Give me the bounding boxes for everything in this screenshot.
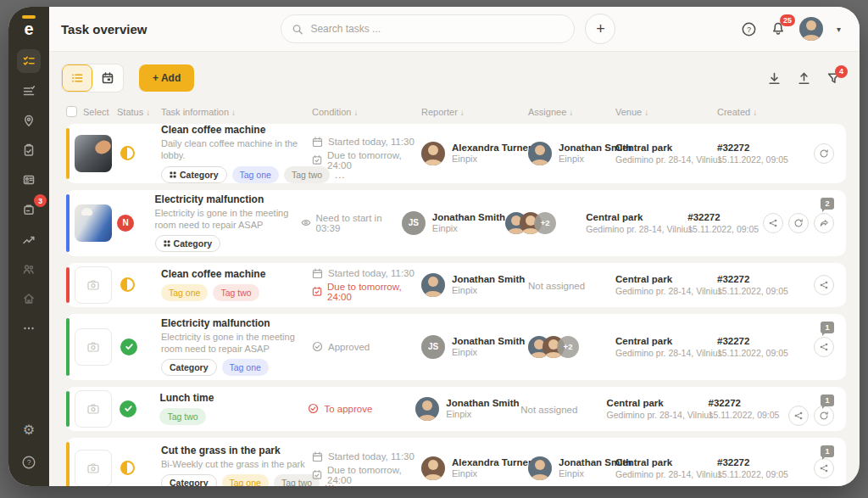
share-nodes-icon bbox=[793, 411, 804, 421]
condition-line-alert: To approve bbox=[308, 403, 415, 414]
calendar-check-icon bbox=[312, 469, 322, 480]
condition-line: Due to tomorrow, 24:00 bbox=[312, 465, 421, 485]
filter-count-badge: 4 bbox=[835, 65, 848, 78]
table-row[interactable]: N Electricity malfunction Electricity is… bbox=[66, 190, 846, 256]
calendar-check-icon bbox=[312, 286, 322, 297]
comments-count-badge[interactable]: 1 bbox=[821, 445, 834, 457]
plus-icon: + bbox=[596, 20, 605, 38]
sidebar-item-help[interactable]: ? bbox=[17, 450, 41, 474]
sidebar-item-contacts[interactable] bbox=[17, 168, 41, 192]
sidebar-nav: 3 bbox=[17, 49, 41, 340]
sidebar-item-subtasks[interactable] bbox=[17, 79, 41, 103]
table-row[interactable]: Clean coffee machine Tag one Tag two Sta… bbox=[66, 263, 846, 307]
column-venue[interactable]: Venue↓ bbox=[615, 107, 717, 117]
extra-assignees-badge[interactable]: +2 bbox=[557, 336, 579, 358]
task-thumbnail-placeholder bbox=[75, 390, 112, 428]
sidebar-item-settings[interactable]: ⚙ bbox=[17, 418, 41, 442]
column-created[interactable]: Created↓ bbox=[717, 107, 798, 117]
task-id: #32272 bbox=[717, 274, 798, 284]
sidebar-item-locations[interactable] bbox=[17, 109, 41, 132]
filter-button[interactable]: 4 bbox=[826, 71, 841, 86]
sidebar-item-documents[interactable]: 3 bbox=[17, 198, 41, 221]
sidebar-item-home[interactable] bbox=[17, 287, 41, 311]
more-dots-icon bbox=[22, 322, 36, 335]
share-button[interactable] bbox=[814, 337, 834, 357]
table-row[interactable]: Electricity malfunction Electricity is g… bbox=[66, 314, 846, 380]
venue-address: Gedimino pr. 28-14, Vilnius bbox=[615, 348, 717, 358]
app-logo[interactable]: e bbox=[22, 15, 36, 37]
refresh-button[interactable] bbox=[788, 213, 809, 233]
view-toolbar: + Add 4 bbox=[61, 64, 841, 92]
share-button[interactable] bbox=[763, 213, 783, 233]
user-avatar[interactable] bbox=[799, 17, 823, 41]
sidebar-item-reports[interactable] bbox=[17, 227, 41, 251]
share-button[interactable] bbox=[814, 458, 834, 478]
comments-count-badge[interactable]: 1 bbox=[821, 322, 834, 333]
checklist-icon bbox=[22, 54, 36, 68]
sidebar-item-tasks[interactable] bbox=[17, 49, 41, 73]
share-button[interactable] bbox=[814, 275, 834, 295]
status-done-icon bbox=[120, 400, 136, 417]
share-button[interactable] bbox=[788, 406, 809, 426]
calendar-view-toggle[interactable] bbox=[92, 64, 123, 92]
toolbar-right: 4 bbox=[767, 71, 841, 86]
check-icon bbox=[125, 342, 134, 351]
select-all-checkbox[interactable] bbox=[66, 106, 77, 117]
created-date: 15.11.2022, 09:05 bbox=[709, 410, 788, 420]
sort-arrow-icon: ↓ bbox=[146, 108, 150, 117]
sidebar-item-inspections[interactable] bbox=[17, 138, 41, 162]
svg-text:?: ? bbox=[747, 25, 751, 33]
column-reporter[interactable]: Reporter↓ bbox=[421, 107, 528, 117]
avatar: JS bbox=[402, 211, 426, 235]
tag: Tag one bbox=[222, 359, 269, 376]
notifications-button[interactable]: 25 bbox=[771, 21, 786, 36]
status-in-progress-icon bbox=[120, 277, 135, 292]
column-status[interactable]: Status↓ bbox=[117, 107, 161, 117]
avatar bbox=[421, 142, 445, 165]
column-task[interactable]: Task information↓ bbox=[161, 107, 312, 117]
venue-address: Gedimino pr. 28-14, Vilnius bbox=[615, 469, 717, 479]
help-icon[interactable]: ? bbox=[741, 21, 757, 37]
category-tag: Category bbox=[161, 474, 217, 486]
task-title: Lunch time bbox=[159, 392, 308, 404]
refresh-icon bbox=[819, 148, 829, 159]
quick-add-button[interactable]: + bbox=[585, 14, 615, 44]
list-view-toggle[interactable] bbox=[62, 64, 92, 92]
sidebar-footer: ⚙ ? bbox=[17, 418, 41, 474]
list-view-icon bbox=[70, 71, 84, 85]
column-select: Select bbox=[83, 107, 109, 117]
search-input[interactable] bbox=[310, 23, 564, 35]
venue-name: Central park bbox=[615, 143, 717, 153]
add-task-button[interactable]: + Add bbox=[139, 64, 194, 92]
sidebar-item-more[interactable] bbox=[17, 316, 41, 340]
upload-button[interactable] bbox=[797, 71, 811, 86]
forward-button[interactable] bbox=[814, 213, 834, 233]
venue-name: Central park bbox=[607, 398, 709, 408]
task-title: Electricity malfunction bbox=[161, 317, 312, 329]
chevron-down-icon[interactable]: ▾ bbox=[837, 25, 841, 34]
venue-name: Central park bbox=[615, 457, 717, 467]
share-nodes-icon bbox=[768, 218, 778, 228]
sidebar: e 3 bbox=[8, 7, 49, 486]
column-condition[interactable]: Condition↓ bbox=[312, 107, 421, 117]
created-date: 15.11.2022, 09:05 bbox=[717, 154, 798, 165]
download-button[interactable] bbox=[767, 71, 782, 86]
sort-arrow-icon: ↓ bbox=[644, 108, 648, 117]
comments-count-badge[interactable]: 1 bbox=[821, 394, 834, 406]
reporter: JSJonathan SmithEinpix bbox=[402, 211, 505, 235]
sidebar-item-users[interactable] bbox=[17, 257, 41, 281]
created-date: 15.11.2022, 09:05 bbox=[687, 224, 763, 234]
table-row[interactable]: Cut the grass in the park Bi-Weekly cut … bbox=[66, 438, 846, 486]
table-row[interactable]: Lunch time Tag two To approve Jonathan S… bbox=[66, 387, 846, 431]
refresh-button[interactable] bbox=[814, 143, 834, 164]
calendar-start-icon bbox=[312, 451, 323, 462]
status-in-progress-icon bbox=[120, 146, 135, 160]
extra-assignees-badge[interactable]: +2 bbox=[534, 212, 556, 234]
tag: Tag two bbox=[213, 284, 259, 301]
comments-count-badge[interactable]: 2 bbox=[821, 198, 834, 210]
tag: Tag one bbox=[161, 284, 208, 301]
assignee-stack: +2 bbox=[528, 336, 615, 358]
table-row[interactable]: Clean coffee machine Daily clean coffee … bbox=[66, 124, 846, 183]
sort-arrow-icon: ↓ bbox=[569, 108, 573, 117]
column-assignee[interactable]: Assignee↓ bbox=[528, 107, 615, 117]
